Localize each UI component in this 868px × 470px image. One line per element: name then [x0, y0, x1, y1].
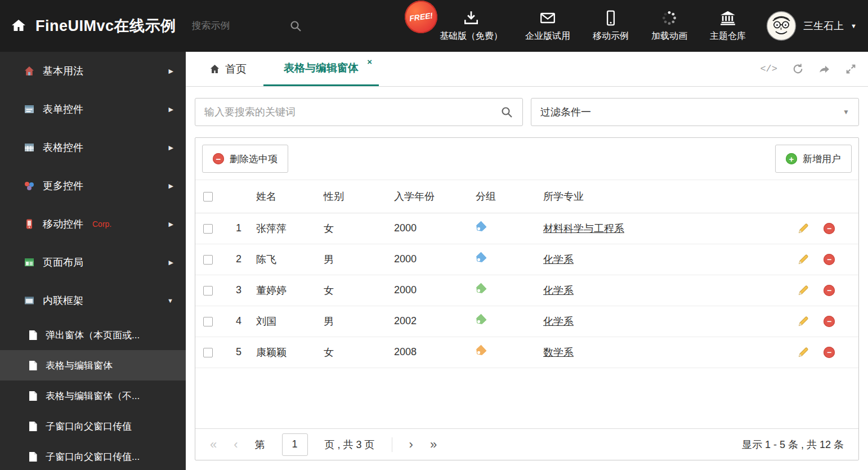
first-page-icon[interactable]: «	[210, 438, 217, 451]
cell-year: 2000	[384, 213, 466, 244]
chevron-right-icon: ▶	[169, 182, 173, 190]
major-link[interactable]: 材料科学与工程系	[543, 223, 624, 234]
keyword-search-input[interactable]	[204, 106, 500, 118]
sidebar-item-label: 移动控件	[43, 217, 83, 231]
avatar	[766, 11, 797, 41]
edit-pencil-icon[interactable]	[798, 253, 809, 265]
delete-row-icon[interactable]: −	[824, 316, 835, 327]
nav-item-enterprise-trial[interactable]: 企业版试用	[525, 10, 570, 42]
column-header-gender[interactable]: 性别	[314, 180, 384, 213]
column-header-year[interactable]: 入学年份	[384, 180, 466, 213]
cell-year: 2008	[384, 337, 466, 368]
nav-item-basic-edition[interactable]: FREE! 基础版（免费）	[440, 10, 503, 42]
row-checkbox[interactable]	[203, 286, 213, 296]
header-search[interactable]	[192, 19, 311, 33]
file-icon	[28, 391, 38, 401]
nav-item-loading-animation[interactable]: 加载动画	[651, 10, 687, 42]
sidebar-item-page-layout[interactable]: 页面布局 ▶	[0, 243, 186, 281]
chevron-right-icon: ▶	[169, 259, 173, 266]
filter-dropdown[interactable]: 过滤条件一 ▼	[531, 98, 859, 126]
tab-bar: 首页 表格与编辑窗体 × </>	[186, 52, 868, 87]
share-arrow-icon[interactable]	[818, 63, 830, 75]
search-icon[interactable]	[500, 105, 513, 119]
prev-page-icon[interactable]: ‹	[234, 438, 238, 451]
row-checkbox[interactable]	[203, 317, 213, 326]
major-link[interactable]: 化学系	[543, 254, 574, 265]
next-page-icon[interactable]: ›	[409, 438, 413, 451]
column-header-group[interactable]: 分组	[466, 180, 533, 213]
major-link[interactable]: 数学系	[543, 347, 574, 358]
search-icon[interactable]	[289, 19, 302, 33]
sidebar-item-label: 表单控件	[43, 102, 83, 116]
page-prefix: 第	[255, 438, 265, 451]
select-all-checkbox[interactable]	[203, 192, 213, 202]
plus-circle-icon: +	[786, 153, 797, 164]
user-menu[interactable]: 三生石上 ▼	[746, 11, 868, 41]
tag-icon	[474, 283, 487, 296]
sidebar-item-more-controls[interactable]: 更多控件 ▶	[0, 167, 186, 205]
tag-icon	[474, 221, 487, 234]
table-header-row: 姓名 性别 入学年份 分组 所学专业	[195, 180, 858, 213]
tab-grid-edit-window[interactable]: 表格与编辑窗体 ×	[263, 52, 379, 86]
sidebar-subitem-label: 子窗口向父窗口传值...	[46, 450, 140, 463]
cell-name: 刘国	[246, 306, 314, 337]
row-checkbox[interactable]	[203, 255, 213, 265]
sidebar-subitem-popup-window[interactable]: 弹出窗体（本页面或...	[0, 320, 186, 350]
sidebar-subitem-child-to-parent[interactable]: 子窗口向父窗口传值	[0, 411, 186, 441]
close-icon[interactable]: ×	[367, 57, 372, 66]
house-icon	[24, 65, 35, 77]
sidebar-item-grid-controls[interactable]: 表格控件 ▶	[0, 128, 186, 167]
column-header-name[interactable]: 姓名	[246, 180, 314, 213]
tab-home[interactable]: 首页	[195, 52, 261, 86]
row-number: 3	[221, 275, 246, 306]
sidebar-item-basic-usage[interactable]: 基本用法 ▶	[0, 52, 186, 90]
spinner-icon	[661, 10, 678, 26]
column-header-major[interactable]: 所学专业	[533, 180, 798, 213]
delete-selected-button[interactable]: − 删除选中项	[202, 145, 288, 173]
delete-row-icon[interactable]: −	[824, 347, 835, 358]
sidebar-item-label: 表格控件	[43, 141, 83, 154]
home-logo-icon	[10, 17, 27, 34]
row-checkbox[interactable]	[203, 348, 213, 357]
sidebar-subitem-child-to-parent-2[interactable]: 子窗口向父窗口传值...	[0, 441, 186, 470]
row-checkbox[interactable]	[203, 224, 213, 234]
source-code-icon[interactable]: </>	[760, 64, 777, 74]
row-number: 4	[221, 306, 246, 337]
sidebar-item-mobile-controls[interactable]: 移动控件 Corp. ▶	[0, 205, 186, 243]
keyword-search-box[interactable]	[195, 98, 523, 126]
edit-pencil-icon[interactable]	[798, 284, 809, 296]
major-link[interactable]: 化学系	[543, 316, 574, 327]
corp-badge: Corp.	[92, 220, 111, 229]
file-icon	[28, 330, 38, 341]
table-row: 5 康颖颖 女 2008 数学系 −	[195, 337, 858, 368]
chevron-right-icon: ▶	[169, 106, 173, 113]
add-user-button[interactable]: + 新增用户	[775, 145, 852, 173]
nav-label: 加载动画	[651, 30, 687, 42]
grid-toolbar: − 删除选中项 + 新增用户	[195, 138, 858, 180]
tab-label: 表格与编辑窗体	[284, 61, 359, 75]
sidebar-item-form-controls[interactable]: 表单控件 ▶	[0, 90, 186, 128]
file-icon	[28, 421, 38, 432]
app-title: FineUIMvc在线示例	[35, 16, 176, 36]
delete-row-icon[interactable]: −	[824, 223, 835, 234]
major-link[interactable]: 化学系	[543, 285, 574, 296]
bank-icon	[719, 10, 736, 26]
table-row: 3 董婷婷 女 2000 化学系 −	[195, 275, 858, 306]
header-search-input[interactable]	[192, 20, 276, 32]
app-logo[interactable]: FineUIMvc在线示例	[0, 16, 184, 36]
nav-item-theme-repo[interactable]: 主题仓库	[710, 10, 746, 42]
sidebar-subitem-label: 弹出窗体（本页面或...	[46, 329, 140, 342]
delete-row-icon[interactable]: −	[824, 254, 835, 265]
sidebar-item-iframe[interactable]: 内联框架 ▼	[0, 281, 186, 320]
edit-pencil-icon[interactable]	[798, 315, 809, 327]
sidebar-subitem-grid-edit-window[interactable]: 表格与编辑窗体	[0, 350, 186, 381]
sidebar-subitem-grid-edit-window-no[interactable]: 表格与编辑窗体（不...	[0, 381, 186, 411]
nav-item-mobile-demo[interactable]: 移动示例	[593, 10, 629, 42]
expand-icon[interactable]	[845, 63, 857, 75]
last-page-icon[interactable]: »	[430, 438, 437, 451]
page-number-input[interactable]	[282, 433, 308, 456]
delete-row-icon[interactable]: −	[824, 285, 835, 296]
edit-pencil-icon[interactable]	[798, 222, 809, 234]
refresh-icon[interactable]	[792, 63, 804, 75]
edit-pencil-icon[interactable]	[798, 346, 809, 358]
